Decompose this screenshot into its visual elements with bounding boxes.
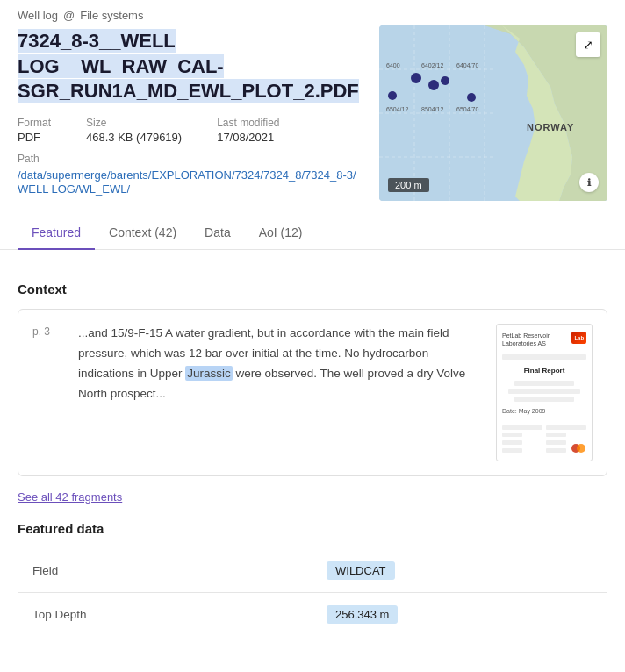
tab-data[interactable]: Data [190, 215, 245, 250]
doc-thumbnail[interactable]: PetLab Reservoir Laboratories AS Lab Fin… [496, 324, 593, 461]
file-info: 7324_8-3__WELL LOG__WL_RAW_CAL-SGR_RUN1A… [18, 29, 365, 201]
svg-point-16 [388, 91, 397, 100]
breadcrumb-filesystem[interactable]: File systems [80, 9, 143, 22]
thumb-company-name: PetLab Reservoir Laboratories AS [502, 332, 571, 347]
thumb-header: PetLab Reservoir Laboratories AS Lab [502, 332, 586, 347]
featured-data-title: Featured data [18, 521, 607, 536]
svg-point-14 [428, 80, 439, 90]
see-all-link[interactable]: See all 42 fragments [18, 490, 607, 504]
svg-text:6404/70: 6404/70 [456, 62, 478, 68]
thumb-logo-icon: Lab [571, 332, 586, 344]
table-row: Field WILDCAT [18, 549, 607, 593]
svg-text:6504/70: 6504/70 [456, 106, 478, 112]
top-depth-value: 256.343 m [312, 593, 607, 637]
field-value: WILDCAT [312, 549, 607, 593]
tabs-bar: Featured Context (42) Data AoI (12) [0, 215, 625, 250]
thumb-date: Date: May 2009 [502, 408, 586, 414]
context-section-title: Context [18, 282, 607, 297]
map-scale-label: 200 m [388, 178, 429, 192]
path-label: Path [18, 153, 365, 165]
main-content: Context p. 3 ...and 15/9-F-15 A water gr… [0, 250, 625, 637]
breadcrumb-welllog[interactable]: Well log [18, 9, 58, 22]
svg-text:6504/12: 6504/12 [386, 106, 408, 112]
svg-text:8504/12: 8504/12 [421, 106, 443, 112]
thumb-line-4 [514, 397, 573, 402]
context-card: p. 3 ...and 15/9-F-15 A water gradient, … [18, 309, 607, 476]
map-info-button[interactable]: ℹ [579, 173, 599, 192]
file-title: 7324_8-3__WELL LOG__WL_RAW_CAL-SGR_RUN1A… [18, 29, 365, 104]
tab-context[interactable]: Context (42) [95, 215, 190, 250]
svg-point-15 [441, 76, 449, 85]
path-link[interactable]: /data/supermerge/barents/EXPLORATION/732… [18, 168, 356, 196]
modified-meta: Last modified 17/08/2021 [217, 117, 279, 144]
svg-point-20 [577, 444, 585, 453]
top-section: 7324_8-3__WELL LOG__WL_RAW_CAL-SGR_RUN1A… [0, 29, 625, 215]
format-meta: Format PDF [18, 117, 51, 144]
breadcrumb-separator: @ [63, 9, 75, 22]
svg-text:6400: 6400 [386, 62, 400, 68]
context-text: ...and 15/9-F-15 A water gradient, but i… [78, 324, 482, 461]
page-number: p. 3 [32, 324, 64, 461]
svg-text:NORWAY: NORWAY [527, 122, 574, 132]
field-label: Field [18, 549, 313, 593]
thumb-line-1 [502, 354, 586, 360]
featured-data-table: Field WILDCAT Top Depth 256.343 m [18, 548, 607, 637]
thumb-line-2 [514, 381, 573, 386]
meta-row: Format PDF Size 468.3 KB (479619) Last m… [18, 117, 365, 144]
map-expand-button[interactable]: ⤢ [576, 32, 600, 57]
svg-point-17 [467, 93, 476, 102]
svg-text:6402/12: 6402/12 [421, 62, 443, 68]
map-container: 6400 6402/12 6404/70 6504/12 8504/12 650… [379, 25, 607, 201]
thumb-line-3 [508, 389, 580, 394]
thumb-title: Final Report [502, 367, 586, 375]
table-row: Top Depth 256.343 m [18, 593, 607, 637]
top-depth-label: Top Depth [18, 593, 313, 637]
tab-aoi[interactable]: AoI (12) [245, 215, 317, 250]
highlight-jurassic: Jurassic [185, 366, 233, 381]
size-meta: Size 468.3 KB (479619) [86, 117, 182, 144]
svg-point-13 [411, 73, 421, 83]
thumb-bottom-logo [571, 443, 586, 455]
tab-featured[interactable]: Featured [18, 215, 95, 250]
